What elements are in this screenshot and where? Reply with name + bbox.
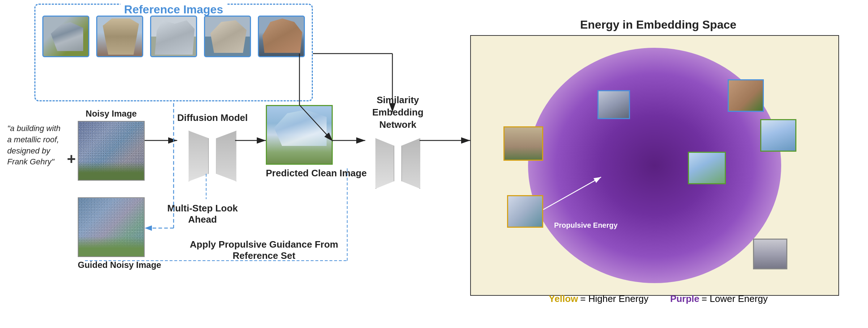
legend-purple-desc: = Lower Energy [702,293,768,304]
similarity-container: Similarity Embedding Network [365,94,430,192]
guided-noisy-container: Guided Noisy Image [78,197,161,270]
legend-section: Yellow = Higher Energy Purple = Lower En… [470,293,846,304]
sim-trapezoid-right [401,138,425,189]
energy-section: Energy in Embedding Space Propulsive Ene… [470,18,846,308]
similarity-shape [371,134,425,192]
energy-box: Propulsive Energy [470,35,839,296]
noisy-image-box [78,121,145,181]
energy-thumb-6 [753,239,787,269]
diffusion-model-label: Diffusion Model [177,112,248,123]
propulsive-energy-label: Propulsive Energy [554,220,618,230]
ref-thumb-3 [150,16,197,57]
predicted-clean-label: Predicted Clean Image [266,168,367,179]
legend-yellow-desc: = Higher Energy [580,293,648,304]
predicted-clean-box [266,105,333,165]
sim-trapezoid-left [371,138,394,189]
apply-guidance-label: Apply Propulsive Guidance From Reference… [174,239,354,261]
trapezoid-left [183,131,209,181]
reference-images-title: Reference Images [120,3,227,16]
ref-thumb-5 [258,16,305,57]
main-container: Reference Images "a building with a meta… [0,0,868,328]
reference-images-box: Reference Images [34,4,313,101]
multi-step-label: Multi-Step Look Ahead [166,203,239,225]
trapezoid-right [216,131,241,181]
energy-title: Energy in Embedding Space [470,18,846,31]
ref-thumb-2 [96,16,143,57]
plus-sign: + [67,150,76,168]
legend-purple: Purple = Lower Energy [670,293,768,304]
guided-noisy-box [78,197,145,257]
energy-thumb-5 [760,119,796,152]
energy-thumb-2 [503,126,543,161]
guided-noisy-label: Guided Noisy Image [78,260,161,270]
energy-thumb-4 [507,195,543,228]
diffusion-model-container: Diffusion Model [177,112,248,185]
energy-thumb-3 [688,152,726,184]
similarity-label: Similarity Embedding Network [365,94,430,131]
diffusion-model-shape [183,127,241,185]
predicted-clean-container: Predicted Clean Image [266,105,367,179]
energy-thumb-7 [597,90,630,119]
energy-thumb-1 [728,79,764,112]
ref-thumb-1 [42,16,89,57]
noisy-image-container: Noisy Image [78,109,145,181]
ref-thumb-4 [204,16,251,57]
legend-yellow-text: Yellow [549,293,578,304]
legend-purple-text: Purple [670,293,699,304]
legend-yellow: Yellow = Higher Energy [549,293,648,304]
noisy-image-label: Noisy Image [78,109,145,119]
text-prompt: "a building with a metallic roof, design… [7,123,61,168]
